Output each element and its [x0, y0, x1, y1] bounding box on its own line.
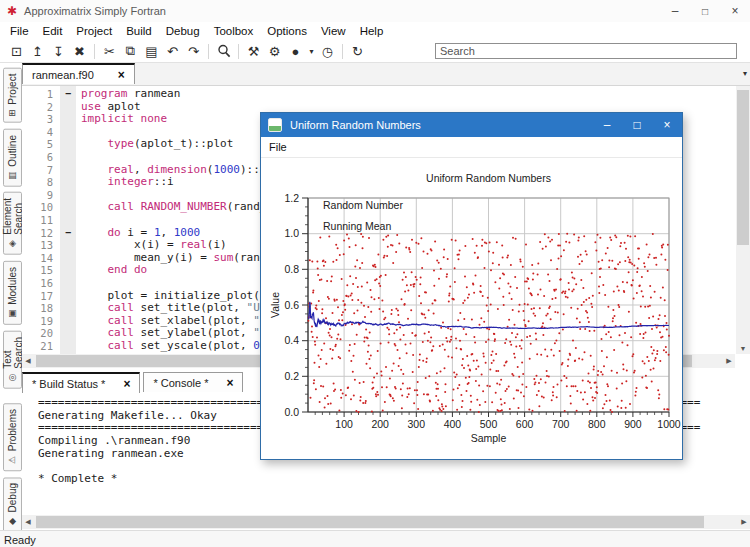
sidebar-tab-problems[interactable]: ⚠Problems: [3, 403, 22, 471]
line-number: 20: [22, 327, 60, 340]
paste-icon[interactable]: ▤: [141, 41, 162, 61]
svg-text:Uniform Random Numbers: Uniform Random Numbers: [426, 172, 551, 184]
line-number: 2: [22, 101, 60, 114]
svg-text:900: 900: [624, 418, 642, 430]
plot-window-titlebar[interactable]: Uniform Random Numbers – □ ×: [261, 113, 682, 137]
plot-menu-file[interactable]: File: [261, 141, 295, 153]
bottom-tab--build-status-[interactable]: * Build Status *×: [22, 372, 140, 393]
scroll-right-icon[interactable]: ▶: [723, 354, 735, 368]
svg-text:400: 400: [444, 418, 462, 430]
sidebar-tab-element-search[interactable]: ◈Element Search: [3, 192, 22, 255]
chart: 10020030040050060070080090010000.00.20.4…: [261, 158, 682, 460]
new-source-icon[interactable]: ⊡: [6, 41, 27, 61]
svg-text:0.6: 0.6: [284, 299, 299, 311]
build-icon[interactable]: ⚒: [243, 41, 264, 61]
close-file-icon[interactable]: ✖: [69, 41, 90, 61]
titlebar[interactable]: ✱ Approximatrix Simply Fortran – □ ×: [0, 0, 750, 22]
copy-icon[interactable]: ⧉: [120, 41, 141, 61]
minimize-button[interactable]: –: [660, 0, 690, 22]
sidebar-tab-text-search[interactable]: ◎Text Search: [3, 331, 22, 389]
scroll-left-icon[interactable]: ◀: [22, 354, 34, 368]
fold-marker: [60, 189, 76, 202]
menu-options[interactable]: Options: [260, 25, 314, 37]
menubar: FileEditProjectBuildDebugToolboxOptionsV…: [0, 22, 750, 40]
fold-marker: [60, 113, 76, 126]
launch-timer-icon[interactable]: ◷: [317, 41, 338, 61]
menu-help[interactable]: Help: [353, 25, 391, 37]
fold-marker: [60, 264, 76, 277]
fold-marker: [60, 290, 76, 303]
rebuild-icon[interactable]: ↻: [347, 41, 368, 61]
svg-text:500: 500: [480, 418, 498, 430]
menu-view[interactable]: View: [314, 25, 353, 37]
svg-text:1.0: 1.0: [284, 227, 299, 239]
find-icon[interactable]: [213, 41, 234, 61]
menu-project[interactable]: Project: [69, 25, 119, 37]
cut-icon[interactable]: ✂: [99, 41, 120, 61]
toolbar-separator: [94, 44, 95, 59]
horizontal-scroll-thumb[interactable]: [36, 516, 704, 528]
fold-marker[interactable]: −: [60, 227, 76, 240]
menu-edit[interactable]: Edit: [36, 25, 70, 37]
tab-overflow-icon[interactable]: ▾: [743, 69, 747, 78]
menu-file[interactable]: File: [3, 25, 36, 37]
run-icon[interactable]: ●: [285, 41, 306, 61]
plot-minimize-button[interactable]: –: [592, 113, 622, 137]
undo-icon[interactable]: ↶: [162, 41, 183, 61]
code-text: type(aplot_t)::plot: [76, 138, 233, 151]
svg-text:600: 600: [516, 418, 534, 430]
sidebar-tab-outline[interactable]: ▥Outline: [3, 129, 22, 187]
scroll-right-icon[interactable]: ▶: [738, 515, 750, 529]
line-number: 12: [22, 227, 60, 240]
sidebar-tab-project[interactable]: ⊞Project: [3, 68, 22, 123]
svg-text:Value: Value: [269, 292, 281, 318]
scroll-left-icon[interactable]: ◀: [22, 515, 34, 529]
maximize-button[interactable]: □: [690, 0, 720, 22]
build-options-icon[interactable]: ⚙: [264, 41, 285, 61]
toolbar: ⊡↥↧✖✂⧉▤↶↷⚒⚙●▾◷↻: [0, 40, 750, 63]
fold-marker: [60, 327, 76, 340]
output-horizontal-scrollbar[interactable]: ◀ ▶: [22, 515, 750, 529]
menu-debug[interactable]: Debug: [159, 25, 207, 37]
fold-marker: [60, 252, 76, 265]
line-number: 10: [22, 201, 60, 214]
sidebar-tab-label: Text Search: [2, 337, 24, 369]
tab-close-icon[interactable]: ×: [123, 377, 130, 391]
fold-marker[interactable]: −: [60, 88, 76, 101]
plot-window[interactable]: Uniform Random Numbers – □ × File 100200…: [260, 112, 683, 460]
save-icon[interactable]: ↧: [48, 41, 69, 61]
plot-close-button[interactable]: ×: [652, 113, 682, 137]
close-button[interactable]: ×: [720, 0, 750, 22]
output-line: * Complete *: [38, 473, 746, 486]
problems-icon: ⚠: [8, 455, 18, 465]
app-icon: ✱: [7, 4, 17, 18]
sidebar-tab-label: Debug: [7, 483, 18, 512]
toolbar-separator: [208, 44, 209, 59]
menu-toolbox[interactable]: Toolbox: [207, 25, 261, 37]
fold-marker: [60, 126, 76, 139]
sidebar-tab-label: Project: [7, 74, 18, 105]
editor-vertical-scrollbar[interactable]: ▲ ▼: [736, 86, 750, 354]
tab-close-icon[interactable]: ×: [226, 376, 233, 390]
search-input[interactable]: [435, 43, 737, 59]
redo-icon[interactable]: ↷: [183, 41, 204, 61]
line-number: 6: [22, 151, 60, 164]
tab-close-icon[interactable]: ×: [118, 68, 125, 82]
status-text: Ready: [4, 534, 36, 546]
open-project-icon[interactable]: ↥: [27, 41, 48, 61]
fold-marker: [60, 340, 76, 353]
fold-marker: [60, 277, 76, 290]
plot-maximize-button[interactable]: □: [622, 113, 652, 137]
svg-text:0.2: 0.2: [284, 370, 299, 382]
tab-ranmean-f90[interactable]: ranmean.f90 ×: [22, 63, 135, 84]
run-dropdown-icon[interactable]: ▾: [306, 41, 317, 61]
sidebar-tab-modules[interactable]: ▣Modules: [3, 261, 22, 325]
scroll-down-icon[interactable]: ▼: [736, 342, 750, 354]
code-text: end do: [76, 264, 147, 277]
bottom-tab--console-[interactable]: * Console *×: [143, 372, 243, 392]
menu-build[interactable]: Build: [119, 25, 159, 37]
svg-text:800: 800: [588, 418, 606, 430]
sidebar-tab-debug[interactable]: ◆Debug: [3, 477, 22, 532]
vertical-scroll-thumb[interactable]: [737, 90, 749, 245]
svg-text:0.8: 0.8: [284, 263, 299, 275]
